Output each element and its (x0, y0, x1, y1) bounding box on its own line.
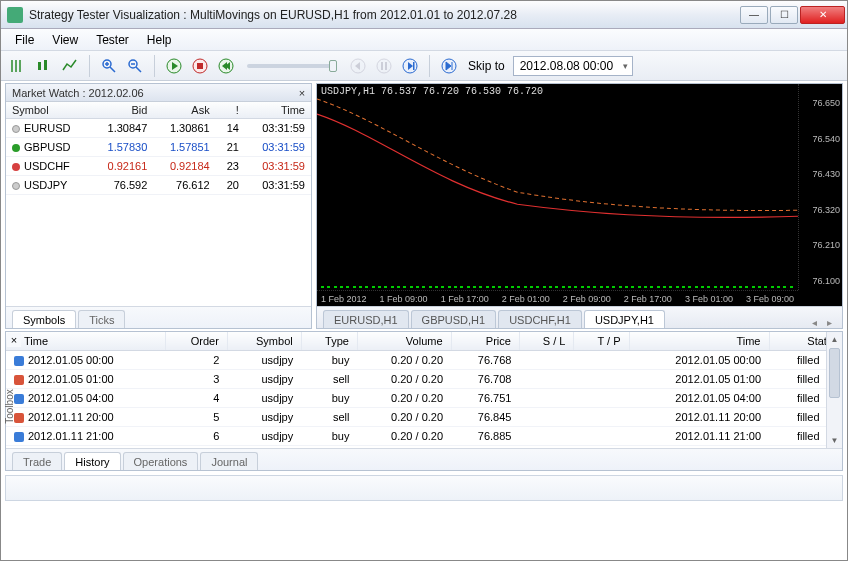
menu-file[interactable]: File (7, 31, 42, 49)
svg-rect-11 (385, 62, 387, 70)
scroll-up-icon[interactable]: ▲ (827, 332, 842, 347)
mw-col[interactable]: Bid (91, 102, 153, 119)
rewind-button[interactable] (215, 55, 237, 77)
chart-tab-prev-icon[interactable]: ◂ (808, 317, 821, 328)
svg-rect-1 (44, 60, 47, 70)
history-col[interactable]: Time (6, 332, 165, 351)
minimize-button[interactable]: — (740, 6, 768, 24)
chart-x-tick: 1 Feb 2012 (321, 294, 367, 304)
chart-x-tick: 1 Feb 09:00 (380, 294, 428, 304)
history-table: TimeOrderSymbolTypeVolumePriceS / LT / P… (6, 332, 842, 448)
maximize-button[interactable]: ☐ (770, 6, 798, 24)
toolbox-tab-journal[interactable]: Journal (200, 452, 258, 470)
pause-button[interactable] (373, 55, 395, 77)
svg-rect-0 (38, 62, 41, 70)
chart-x-tick: 3 Feb 09:00 (746, 294, 794, 304)
history-row[interactable]: 2012.01.11 20:005usdjpysell0.20 / 0.2076… (6, 408, 842, 427)
history-col[interactable]: T / P (574, 332, 629, 351)
market-watch-row[interactable]: GBPUSD1.578301.578512103:31:59 (6, 138, 311, 157)
history-row[interactable]: 2012.01.11 21:006usdjpybuy0.20 / 0.2076.… (6, 427, 842, 446)
history-col[interactable]: Symbol (227, 332, 301, 351)
chart-canvas[interactable]: USDJPY,H1 76.537 76.720 76.530 76.720 76… (317, 84, 842, 306)
market-watch-title: Market Watch : 2012.02.06 (12, 87, 144, 99)
chart-y-tick: 76.540 (801, 134, 840, 144)
svg-rect-13 (413, 62, 415, 70)
chart-y-tick: 76.650 (801, 98, 840, 108)
chart-tab-usdjpy[interactable]: USDJPY,H1 (584, 310, 665, 328)
history-scrollbar[interactable]: ▲ ▼ (826, 332, 842, 448)
toolbar: Skip to 2012.08.08 00:00 (1, 51, 847, 81)
market-watch-table: SymbolBidAsk!Time EURUSD1.308471.3086114… (6, 102, 311, 306)
toolbox-tab-operations[interactable]: Operations (123, 452, 199, 470)
svg-point-9 (377, 59, 391, 73)
skip-icon[interactable] (438, 55, 460, 77)
chart-x-tick: 2 Feb 17:00 (624, 294, 672, 304)
stop-button[interactable] (189, 55, 211, 77)
chart-bars-icon[interactable] (7, 55, 29, 77)
svg-rect-6 (197, 63, 203, 69)
market-watch-tab-ticks[interactable]: Ticks (78, 310, 125, 328)
market-watch-close-icon[interactable]: × (295, 86, 309, 100)
history-row[interactable]: 2012.01.05 00:002usdjpybuy0.20 / 0.2076.… (6, 351, 842, 370)
chart-tab-next-icon[interactable]: ▸ (823, 317, 836, 328)
step-back-button[interactable] (347, 55, 369, 77)
toolbox-tab-history[interactable]: History (64, 452, 120, 470)
market-watch-panel: Market Watch : 2012.02.06 × SymbolBidAsk… (5, 83, 312, 329)
chart-tab-usdchf[interactable]: USDCHF,H1 (498, 310, 582, 328)
toolbox-close-icon[interactable]: × (7, 333, 21, 347)
menu-tester[interactable]: Tester (88, 31, 137, 49)
history-col[interactable]: Type (301, 332, 357, 351)
chart-line-icon[interactable] (59, 55, 81, 77)
history-col[interactable]: S / L (519, 332, 574, 351)
history-col[interactable]: Price (451, 332, 519, 351)
zoom-out-icon[interactable] (124, 55, 146, 77)
chart-y-tick: 76.100 (801, 276, 840, 286)
market-watch-row[interactable]: USDJPY76.59276.6122003:31:59 (6, 176, 311, 195)
history-col[interactable]: Time (629, 332, 769, 351)
mw-col[interactable]: Ask (153, 102, 215, 119)
window-title: Strategy Tester Visualization : MultiMov… (29, 8, 740, 22)
chart-x-tick: 1 Feb 17:00 (441, 294, 489, 304)
speed-slider[interactable] (247, 64, 337, 68)
status-bar (5, 475, 843, 501)
window-titlebar: Strategy Tester Visualization : MultiMov… (1, 1, 847, 29)
history-row[interactable]: 2012.01.05 01:003usdjpysell0.20 / 0.2076… (6, 370, 842, 389)
chart-tab-gbpusd[interactable]: GBPUSD,H1 (411, 310, 497, 328)
mw-col[interactable]: Time (245, 102, 311, 119)
chart-info-label: USDJPY,H1 76.537 76.720 76.530 76.720 (321, 86, 543, 97)
chart-tab-eurusd[interactable]: EURUSD,H1 (323, 310, 409, 328)
skip-to-label: Skip to (468, 59, 505, 73)
menu-view[interactable]: View (44, 31, 86, 49)
history-col[interactable]: Order (165, 332, 227, 351)
chart-candles-icon[interactable] (33, 55, 55, 77)
zoom-in-icon[interactable] (98, 55, 120, 77)
scroll-thumb[interactable] (829, 348, 840, 398)
chart-panel: USDJPY,H1 76.537 76.720 76.530 76.720 76… (316, 83, 843, 329)
market-watch-row[interactable]: USDCHF0.921610.921842303:31:59 (6, 157, 311, 176)
chart-x-tick: 2 Feb 09:00 (563, 294, 611, 304)
scroll-down-icon[interactable]: ▼ (827, 433, 842, 448)
menu-bar: File View Tester Help (1, 29, 847, 51)
close-button[interactable]: ✕ (800, 6, 845, 24)
step-fwd-button[interactable] (399, 55, 421, 77)
toolbox-tab-trade[interactable]: Trade (12, 452, 62, 470)
chart-x-tick: 3 Feb 01:00 (685, 294, 733, 304)
chart-x-tick: 2 Feb 01:00 (502, 294, 550, 304)
market-watch-tab-symbols[interactable]: Symbols (12, 310, 76, 328)
play-button[interactable] (163, 55, 185, 77)
mw-col[interactable]: ! (216, 102, 245, 119)
market-watch-row[interactable]: EURUSD1.308471.308611403:31:59 (6, 119, 311, 138)
mw-col[interactable]: Symbol (6, 102, 91, 119)
history-row[interactable]: 2012.01.05 04:004usdjpybuy0.20 / 0.2076.… (6, 389, 842, 408)
chart-y-tick: 76.320 (801, 205, 840, 215)
skip-to-date-combo[interactable]: 2012.08.08 00:00 (513, 56, 633, 76)
history-col[interactable]: Volume (357, 332, 451, 351)
svg-rect-10 (381, 62, 383, 70)
toolbox-panel: Toolbox × TimeOrderSymbolTypeVolumePrice… (5, 331, 843, 471)
chart-y-tick: 76.210 (801, 240, 840, 250)
app-icon (7, 7, 23, 23)
chart-y-tick: 76.430 (801, 169, 840, 179)
menu-help[interactable]: Help (139, 31, 180, 49)
